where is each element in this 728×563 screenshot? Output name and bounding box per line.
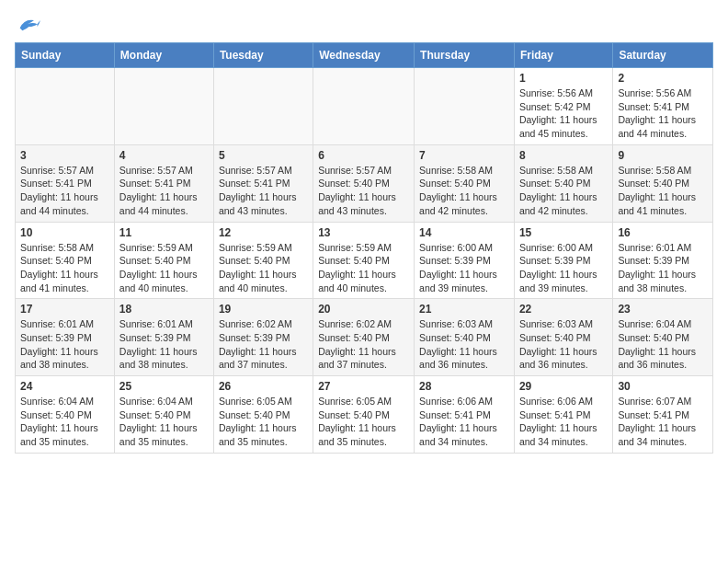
- day-number: 24: [20, 380, 109, 393]
- week-row-2: 3Sunrise: 5:57 AM Sunset: 5:41 PM Daylig…: [16, 144, 713, 222]
- day-number: 27: [318, 380, 409, 393]
- day-info: Sunrise: 5:58 AM Sunset: 5:40 PM Dayligh…: [20, 241, 109, 295]
- day-number: 5: [219, 149, 308, 162]
- day-info: Sunrise: 6:05 AM Sunset: 5:40 PM Dayligh…: [219, 395, 308, 449]
- day-cell: 8Sunrise: 5:58 AM Sunset: 5:40 PM Daylig…: [514, 144, 612, 222]
- day-cell: 9Sunrise: 5:58 AM Sunset: 5:40 PM Daylig…: [613, 144, 713, 222]
- day-number: 28: [419, 380, 509, 393]
- day-number: 21: [419, 303, 509, 316]
- calendar-table: SundayMondayTuesdayWednesdayThursdayFrid…: [15, 42, 713, 454]
- header-cell-thursday: Thursday: [415, 43, 515, 68]
- calendar-body: 1Sunrise: 5:56 AM Sunset: 5:42 PM Daylig…: [16, 68, 713, 454]
- day-cell: 11Sunrise: 5:59 AM Sunset: 5:40 PM Dayli…: [114, 222, 213, 299]
- day-number: 17: [20, 303, 109, 316]
- day-cell: 22Sunrise: 6:03 AM Sunset: 5:40 PM Dayli…: [514, 299, 612, 376]
- day-cell: 17Sunrise: 6:01 AM Sunset: 5:39 PM Dayli…: [16, 299, 115, 376]
- day-info: Sunrise: 5:58 AM Sunset: 5:40 PM Dayligh…: [519, 164, 608, 218]
- day-cell: 13Sunrise: 5:59 AM Sunset: 5:40 PM Dayli…: [313, 222, 415, 299]
- day-cell: 24Sunrise: 6:04 AM Sunset: 5:40 PM Dayli…: [16, 376, 115, 454]
- day-info: Sunrise: 6:01 AM Sunset: 5:39 PM Dayligh…: [20, 317, 109, 372]
- day-info: Sunrise: 5:58 AM Sunset: 5:40 PM Dayligh…: [419, 164, 509, 218]
- day-number: 12: [219, 226, 308, 239]
- header-cell-tuesday: Tuesday: [213, 43, 313, 68]
- day-info: Sunrise: 6:01 AM Sunset: 5:39 PM Dayligh…: [119, 317, 209, 372]
- day-info: Sunrise: 5:57 AM Sunset: 5:41 PM Dayligh…: [20, 164, 109, 218]
- day-number: 8: [519, 149, 608, 162]
- day-number: 23: [618, 303, 708, 316]
- day-info: Sunrise: 5:57 AM Sunset: 5:41 PM Dayligh…: [219, 164, 308, 218]
- day-info: Sunrise: 5:56 AM Sunset: 5:42 PM Dayligh…: [519, 86, 608, 141]
- day-cell: 15Sunrise: 6:00 AM Sunset: 5:39 PM Dayli…: [514, 222, 612, 299]
- day-cell: 19Sunrise: 6:02 AM Sunset: 5:39 PM Dayli…: [213, 299, 313, 376]
- day-info: Sunrise: 5:59 AM Sunset: 5:40 PM Dayligh…: [219, 241, 308, 295]
- day-info: Sunrise: 5:56 AM Sunset: 5:41 PM Dayligh…: [618, 86, 708, 141]
- day-cell: 21Sunrise: 6:03 AM Sunset: 5:40 PM Dayli…: [415, 299, 515, 376]
- day-number: 4: [119, 149, 209, 162]
- day-cell: 18Sunrise: 6:01 AM Sunset: 5:39 PM Dayli…: [114, 299, 213, 376]
- day-number: 13: [318, 226, 409, 239]
- header: [15, 15, 713, 35]
- day-info: Sunrise: 6:04 AM Sunset: 5:40 PM Dayligh…: [618, 317, 708, 372]
- day-number: 22: [519, 303, 608, 316]
- day-number: 6: [318, 149, 409, 162]
- day-cell: 30Sunrise: 6:07 AM Sunset: 5:41 PM Dayli…: [613, 376, 713, 454]
- day-cell: 20Sunrise: 6:02 AM Sunset: 5:40 PM Dayli…: [313, 299, 415, 376]
- day-cell: 25Sunrise: 6:04 AM Sunset: 5:40 PM Dayli…: [114, 376, 213, 454]
- day-info: Sunrise: 6:06 AM Sunset: 5:41 PM Dayligh…: [419, 395, 509, 449]
- day-cell: 6Sunrise: 5:57 AM Sunset: 5:40 PM Daylig…: [313, 144, 415, 222]
- day-cell: 5Sunrise: 5:57 AM Sunset: 5:41 PM Daylig…: [213, 144, 313, 222]
- day-number: 14: [419, 226, 509, 239]
- logo-bird-icon: [15, 15, 40, 35]
- header-cell-friday: Friday: [514, 43, 612, 68]
- day-cell: 2Sunrise: 5:56 AM Sunset: 5:41 PM Daylig…: [613, 68, 713, 145]
- day-number: 7: [419, 149, 509, 162]
- day-cell: [415, 68, 515, 145]
- day-info: Sunrise: 6:07 AM Sunset: 5:41 PM Dayligh…: [618, 395, 708, 449]
- header-cell-sunday: Sunday: [16, 43, 115, 68]
- calendar-header: SundayMondayTuesdayWednesdayThursdayFrid…: [16, 43, 713, 68]
- day-number: 18: [119, 303, 209, 316]
- day-info: Sunrise: 6:06 AM Sunset: 5:41 PM Dayligh…: [519, 395, 608, 449]
- day-cell: 12Sunrise: 5:59 AM Sunset: 5:40 PM Dayli…: [213, 222, 313, 299]
- header-cell-saturday: Saturday: [613, 43, 713, 68]
- day-info: Sunrise: 5:59 AM Sunset: 5:40 PM Dayligh…: [119, 241, 209, 295]
- day-info: Sunrise: 6:04 AM Sunset: 5:40 PM Dayligh…: [119, 395, 209, 449]
- day-cell: 16Sunrise: 6:01 AM Sunset: 5:39 PM Dayli…: [613, 222, 713, 299]
- day-cell: [114, 68, 213, 145]
- logo: [15, 15, 44, 35]
- week-row-3: 10Sunrise: 5:58 AM Sunset: 5:40 PM Dayli…: [16, 222, 713, 299]
- day-cell: 7Sunrise: 5:58 AM Sunset: 5:40 PM Daylig…: [415, 144, 515, 222]
- day-number: 15: [519, 226, 608, 239]
- day-number: 30: [618, 380, 708, 393]
- week-row-5: 24Sunrise: 6:04 AM Sunset: 5:40 PM Dayli…: [16, 376, 713, 454]
- day-cell: 28Sunrise: 6:06 AM Sunset: 5:41 PM Dayli…: [415, 376, 515, 454]
- day-number: 9: [618, 149, 708, 162]
- day-number: 10: [20, 226, 109, 239]
- day-info: Sunrise: 6:00 AM Sunset: 5:39 PM Dayligh…: [519, 241, 608, 295]
- day-number: 3: [20, 149, 109, 162]
- day-info: Sunrise: 5:57 AM Sunset: 5:41 PM Dayligh…: [119, 164, 209, 218]
- day-info: Sunrise: 6:04 AM Sunset: 5:40 PM Dayligh…: [20, 395, 109, 449]
- day-number: 16: [618, 226, 708, 239]
- day-number: 11: [119, 226, 209, 239]
- day-info: Sunrise: 6:02 AM Sunset: 5:40 PM Dayligh…: [318, 317, 409, 372]
- day-number: 1: [519, 72, 608, 85]
- day-info: Sunrise: 5:59 AM Sunset: 5:40 PM Dayligh…: [318, 241, 409, 295]
- day-cell: 4Sunrise: 5:57 AM Sunset: 5:41 PM Daylig…: [114, 144, 213, 222]
- day-info: Sunrise: 6:02 AM Sunset: 5:39 PM Dayligh…: [219, 317, 308, 372]
- day-info: Sunrise: 6:00 AM Sunset: 5:39 PM Dayligh…: [419, 241, 509, 295]
- day-cell: 23Sunrise: 6:04 AM Sunset: 5:40 PM Dayli…: [613, 299, 713, 376]
- header-cell-monday: Monday: [114, 43, 213, 68]
- day-cell: 26Sunrise: 6:05 AM Sunset: 5:40 PM Dayli…: [213, 376, 313, 454]
- day-number: 26: [219, 380, 308, 393]
- header-row: SundayMondayTuesdayWednesdayThursdayFrid…: [16, 43, 713, 68]
- day-cell: 10Sunrise: 5:58 AM Sunset: 5:40 PM Dayli…: [16, 222, 115, 299]
- day-info: Sunrise: 5:57 AM Sunset: 5:40 PM Dayligh…: [318, 164, 409, 218]
- day-info: Sunrise: 5:58 AM Sunset: 5:40 PM Dayligh…: [618, 164, 708, 218]
- day-cell: 29Sunrise: 6:06 AM Sunset: 5:41 PM Dayli…: [514, 376, 612, 454]
- day-cell: 14Sunrise: 6:00 AM Sunset: 5:39 PM Dayli…: [415, 222, 515, 299]
- day-cell: 3Sunrise: 5:57 AM Sunset: 5:41 PM Daylig…: [16, 144, 115, 222]
- day-number: 19: [219, 303, 308, 316]
- day-cell: [213, 68, 313, 145]
- day-number: 29: [519, 380, 608, 393]
